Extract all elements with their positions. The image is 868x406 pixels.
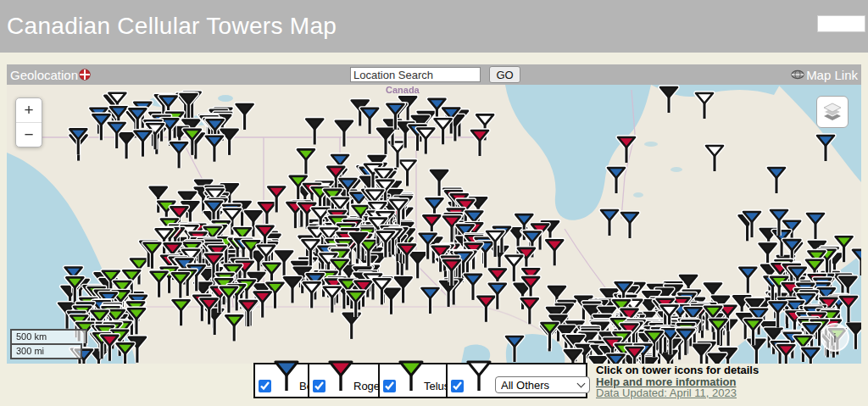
zoom-out-button[interactable]: − xyxy=(16,122,42,147)
tower-marker[interactable] xyxy=(225,315,242,341)
bell-checkbox[interactable] xyxy=(259,380,271,392)
all-others-checkbox[interactable] xyxy=(451,380,464,392)
all-others-select-wrap: All Others xyxy=(495,376,590,393)
tower-marker[interactable] xyxy=(144,243,161,269)
tower-marker[interactable] xyxy=(768,168,785,193)
tower-marker[interactable] xyxy=(840,297,857,322)
tower-marker[interactable] xyxy=(521,298,538,324)
telus-tower-icon xyxy=(398,359,424,393)
telus-checkbox[interactable] xyxy=(383,380,396,392)
tower-marker[interactable] xyxy=(135,131,152,157)
geolocation-button[interactable]: Geolocation xyxy=(10,64,91,85)
tower-marker[interactable] xyxy=(336,121,353,147)
legend-item-bell: Bell xyxy=(253,363,309,398)
details-note: Click on tower icons for details xyxy=(596,364,759,376)
go-button[interactable]: GO xyxy=(489,66,520,83)
tower-legend: Bell Rogers Telus All Others xyxy=(253,363,587,398)
tower-marker[interactable] xyxy=(471,131,488,156)
page: Canadian Cellular Towers Map Geolocation… xyxy=(0,0,868,406)
tower-marker[interactable] xyxy=(621,213,638,238)
scale-control: 500 km 300 mi xyxy=(10,329,87,359)
tower-marker[interactable] xyxy=(298,149,314,175)
tower-marker[interactable] xyxy=(422,288,439,314)
zoom-in-button[interactable]: + xyxy=(16,98,42,122)
tower-marker[interactable] xyxy=(236,104,253,130)
map-toolbar: Geolocation GO Map Link xyxy=(7,64,861,85)
rogers-tower-icon xyxy=(328,359,353,393)
layers-icon xyxy=(822,103,843,121)
legend-item-all-others: All Others xyxy=(448,363,587,398)
footer-notes: Click on tower icons for details Help an… xyxy=(596,364,759,399)
tower-marker[interactable] xyxy=(206,136,223,162)
legend-item-telus: Telus xyxy=(380,363,448,398)
tower-markers-layer[interactable] xyxy=(7,85,861,364)
tower-marker[interactable] xyxy=(92,114,109,140)
tower-marker[interactable] xyxy=(817,136,834,161)
tower-marker[interactable] xyxy=(409,253,426,278)
tower-marker[interactable] xyxy=(506,336,523,362)
tower-marker[interactable] xyxy=(748,340,765,364)
header-search-box[interactable] xyxy=(817,15,865,32)
legend-item-rogers: Rogers xyxy=(309,363,380,398)
tower-marker[interactable] xyxy=(709,354,726,364)
data-updated-link[interactable]: Data Updated: April 11, 2023 xyxy=(596,387,759,399)
tower-marker[interactable] xyxy=(221,130,238,155)
page-title: Canadian Cellular Towers Map xyxy=(0,0,868,40)
tower-marker[interactable] xyxy=(660,87,677,113)
scale-km: 500 km xyxy=(10,329,87,343)
layers-control[interactable] xyxy=(816,96,849,128)
rogers-checkbox[interactable] xyxy=(313,380,326,392)
tower-marker[interactable] xyxy=(601,210,618,236)
info-button[interactable]: i xyxy=(821,323,849,352)
tower-marker[interactable] xyxy=(477,297,494,322)
geolocation-label: Geolocation xyxy=(10,68,78,82)
tower-marker[interactable] xyxy=(284,277,301,303)
tower-marker[interactable] xyxy=(590,357,607,364)
tower-marker[interactable] xyxy=(706,146,723,171)
geolocation-crosshair-icon xyxy=(79,69,91,81)
tower-marker[interactable] xyxy=(546,240,563,265)
tower-marker[interactable] xyxy=(608,168,625,193)
tower-marker[interactable] xyxy=(151,272,168,298)
tower-marker[interactable] xyxy=(739,268,756,293)
tower-marker[interactable] xyxy=(118,133,135,159)
telus-label: Telus xyxy=(424,380,449,392)
tower-marker[interactable] xyxy=(853,250,861,275)
tower-marker[interactable] xyxy=(170,142,187,168)
location-search-input[interactable] xyxy=(350,67,481,82)
map-link-label: Map Link xyxy=(806,68,858,82)
all-others-select[interactable]: All Others xyxy=(495,376,590,393)
tower-marker[interactable] xyxy=(343,314,360,339)
tower-marker[interactable] xyxy=(696,93,713,119)
map-link[interactable]: Map Link xyxy=(791,64,858,85)
tower-marker[interactable] xyxy=(303,282,320,308)
tower-marker[interactable] xyxy=(565,350,581,364)
tower-marker[interactable] xyxy=(807,214,824,239)
tower-marker[interactable] xyxy=(173,300,190,325)
map-canvas[interactable]: Canada + − 500 km 300 mi i xyxy=(7,85,861,364)
zoom-control: + − xyxy=(15,97,42,147)
help-link[interactable]: Help and more information xyxy=(596,376,759,388)
tower-marker[interactable] xyxy=(542,323,559,348)
globe-icon xyxy=(791,70,804,80)
tower-marker[interactable] xyxy=(618,137,635,163)
header: Canadian Cellular Towers Map xyxy=(0,0,868,53)
all-others-tower-icon xyxy=(466,359,492,393)
tower-marker[interactable] xyxy=(306,120,323,145)
scale-mi: 300 mi xyxy=(10,343,82,359)
bell-tower-icon xyxy=(274,359,299,393)
